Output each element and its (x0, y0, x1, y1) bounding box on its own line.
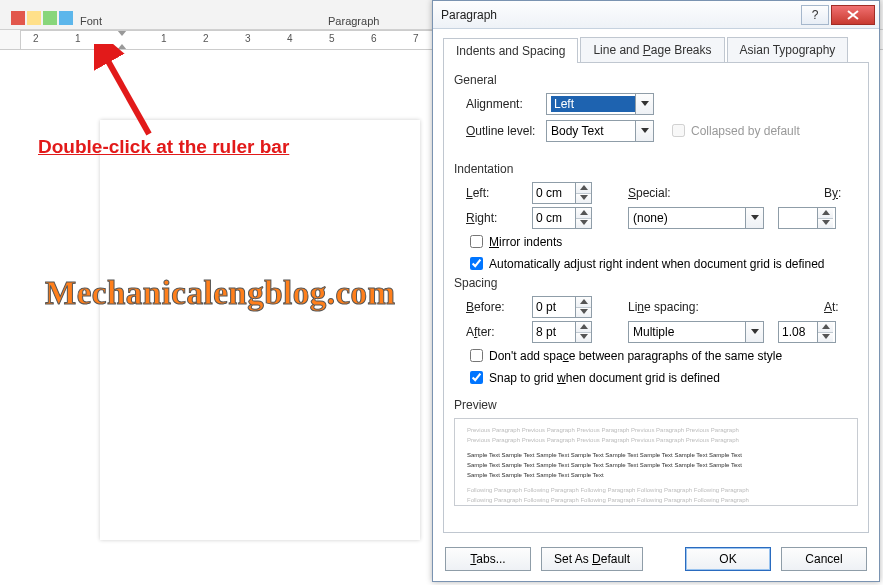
chevron-down-icon[interactable] (745, 208, 763, 228)
qat-swatch (59, 11, 73, 25)
button-label: Cancel (805, 552, 842, 566)
select-value: Left (551, 96, 635, 112)
spin-down-icon[interactable] (576, 219, 591, 229)
spin-up-icon[interactable] (576, 322, 591, 333)
spin-down-icon[interactable] (576, 194, 591, 204)
tab-label: Line and Page Breaks (593, 43, 711, 57)
ruler-number: 6 (371, 33, 377, 44)
annotation-text: Double-click at the ruler bar (38, 136, 289, 158)
spin-up-icon[interactable] (818, 208, 833, 219)
preview-line: Sample Text Sample Text Sample Text Samp… (467, 461, 845, 470)
by-spinner[interactable] (778, 207, 836, 229)
special-select[interactable]: (none) (628, 207, 764, 229)
ruler-number: 7 (413, 33, 419, 44)
spin-down-icon[interactable] (576, 308, 591, 318)
checkbox-input[interactable] (470, 349, 483, 362)
spin-down-icon[interactable] (818, 333, 833, 343)
after-spinner[interactable] (532, 321, 592, 343)
ribbon-group-font: Font (74, 13, 122, 29)
checkbox-label: Collapsed by default (691, 124, 800, 138)
dialog-tabs: Indents and Spacing Line and Page Breaks… (443, 37, 869, 62)
checkbox-input[interactable] (470, 235, 483, 248)
tab-asian-typography[interactable]: Asian Typography (727, 37, 849, 62)
spinner-input[interactable] (533, 322, 575, 342)
ruler-number: 5 (329, 33, 335, 44)
dialog-titlebar[interactable]: Paragraph ? (433, 1, 879, 29)
spin-up-icon[interactable] (576, 208, 591, 219)
preview-line: Previous Paragraph Previous Paragraph Pr… (467, 426, 845, 435)
outline-level-label: Outline level: (466, 124, 546, 138)
before-spinner[interactable] (532, 296, 592, 318)
select-value: Multiple (633, 325, 745, 339)
qat-swatch (27, 11, 41, 25)
spin-up-icon[interactable] (818, 322, 833, 333)
tabs-button[interactable]: Tabs... (445, 547, 531, 571)
auto-adjust-checkbox[interactable]: Automatically adjust right indent when d… (466, 254, 858, 273)
checkbox-label: Snap to grid when document grid is defin… (489, 371, 720, 385)
ruler-number: 1 (75, 33, 81, 44)
spinner-input[interactable] (533, 297, 575, 317)
spin-up-icon[interactable] (576, 297, 591, 308)
hanging-indent-marker[interactable] (117, 44, 127, 50)
ruler-number: 2 (33, 33, 39, 44)
cancel-button[interactable]: Cancel (781, 547, 867, 571)
after-label: After: (466, 325, 532, 339)
ok-button[interactable]: OK (685, 547, 771, 571)
chevron-down-icon[interactable] (745, 322, 763, 342)
section-indentation: Indentation (454, 162, 858, 176)
help-button[interactable]: ? (801, 5, 829, 25)
section-spacing: Spacing (454, 276, 858, 290)
first-line-indent-marker[interactable] (117, 30, 127, 36)
ruler-number: 4 (287, 33, 293, 44)
outline-level-select[interactable]: Body Text (546, 120, 654, 142)
button-label: Set As Default (554, 552, 630, 566)
preview-line: Sample Text Sample Text Sample Text Samp… (467, 451, 845, 460)
dialog-button-row: Tabs... Set As Default OK Cancel (433, 541, 879, 581)
checkbox-input[interactable] (470, 371, 483, 384)
document-page[interactable] (100, 120, 420, 540)
spinner-input[interactable] (779, 208, 817, 228)
tab-indents-spacing[interactable]: Indents and Spacing (443, 38, 578, 63)
ruler-number: 1 (161, 33, 167, 44)
mirror-indents-checkbox[interactable]: Mirror indents (466, 232, 858, 251)
close-button[interactable] (831, 5, 875, 25)
set-default-button[interactable]: Set As Default (541, 547, 643, 571)
tab-panel-indents: General Alignment: Left Outline level: B… (443, 62, 869, 533)
indent-right-label: Right: (466, 211, 532, 225)
alignment-label: Alignment: (466, 97, 546, 111)
checkbox-label: Automatically adjust right indent when d… (489, 257, 825, 271)
at-label: At: (824, 300, 858, 314)
spinner-input[interactable] (533, 208, 575, 228)
checkbox-input[interactable] (470, 257, 483, 270)
tab-label: Indents and Spacing (456, 44, 565, 58)
spinner-input[interactable] (533, 183, 575, 203)
indent-left-spinner[interactable] (532, 182, 592, 204)
snap-to-grid-checkbox[interactable]: Snap to grid when document grid is defin… (466, 368, 858, 387)
spin-up-icon[interactable] (576, 183, 591, 194)
chevron-down-icon[interactable] (635, 94, 653, 114)
spin-down-icon[interactable] (576, 333, 591, 343)
button-label: Tabs... (470, 552, 505, 566)
line-spacing-label: Line spacing: (628, 300, 718, 314)
chevron-down-icon[interactable] (635, 121, 653, 141)
ribbon-group-paragraph: Paragraph (322, 13, 399, 29)
section-preview: Preview (454, 398, 858, 412)
special-label: Special: (628, 186, 718, 200)
preview-line: Sample Text Sample Text Sample Text Samp… (467, 471, 845, 480)
spin-down-icon[interactable] (818, 219, 833, 229)
horizontal-ruler[interactable]: 2 1 1 2 3 4 5 6 7 (20, 30, 440, 50)
alignment-select[interactable]: Left (546, 93, 654, 115)
spinner-input[interactable] (779, 322, 817, 342)
line-spacing-select[interactable]: Multiple (628, 321, 764, 343)
select-value: Body Text (551, 124, 635, 138)
dont-add-space-checkbox[interactable]: Don't add space between paragraphs of th… (466, 346, 858, 365)
collapsed-checkbox: Collapsed by default (668, 121, 800, 140)
indent-right-spinner[interactable] (532, 207, 592, 229)
indent-left-label: Left: (466, 186, 532, 200)
checkbox-input (672, 124, 685, 137)
tab-label: Asian Typography (740, 43, 836, 57)
at-spinner[interactable] (778, 321, 836, 343)
checkbox-label: Don't add space between paragraphs of th… (489, 349, 782, 363)
tab-line-page-breaks[interactable]: Line and Page Breaks (580, 37, 724, 62)
ruler-number: 2 (203, 33, 209, 44)
